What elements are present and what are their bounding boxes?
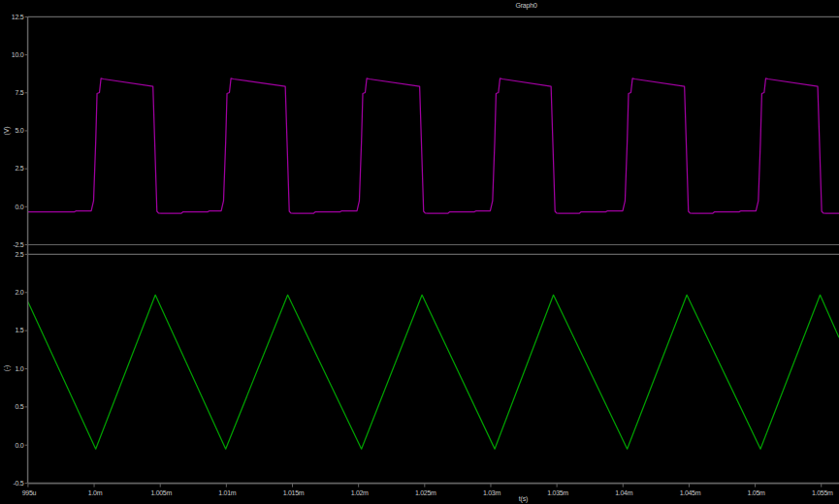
graph-window: Graph0 12.510.07.55.02.50.0-2.52.52.01.5…	[0, 0, 839, 504]
x-axis-tick-label: 1.015m	[283, 489, 305, 496]
plot0-ytick-label: 0.0	[15, 204, 23, 210]
x-axis-tick-label: 1.02m	[351, 489, 369, 496]
x-axis-tick-label: 995u	[22, 489, 37, 496]
x-axis-tick-label: 1.045m	[680, 489, 701, 496]
plot1-ytick-label: 0.5	[15, 403, 23, 410]
x-axis-tick-label: 1.0m	[88, 489, 103, 496]
x-axis-tick-label: 1.005m	[150, 489, 172, 496]
plot0-ytick-label: 2.5	[15, 165, 23, 172]
plot1-ytick-label: 1.5	[15, 327, 23, 333]
plot0-ytick-label: 10.0	[12, 51, 24, 58]
plot1-ytick-label: 1.0	[15, 365, 23, 372]
plot0-ytick-label: 12.5	[12, 14, 24, 20]
x-axis-tick-label: 1.01m	[218, 489, 236, 496]
plot0-ytick-label: 7.5	[15, 89, 23, 96]
graph-title: Graph0	[448, 2, 604, 9]
top-plot-y-unit-label: (V)	[2, 124, 12, 138]
x-axis-tick-label: 1.025m	[415, 489, 436, 496]
x-axis-tick-label: 1.055m	[812, 489, 833, 496]
plot1-ytick-label: 2.0	[15, 289, 23, 296]
x-axis-tick-label: 1.04m	[615, 489, 632, 496]
plot1-ytick-label: 0.0	[15, 442, 23, 449]
plot0-ytick-label: 5.0	[15, 127, 23, 134]
chart-canvas[interactable]: 12.510.07.55.02.50.0-2.52.52.01.51.00.50…	[0, 0, 839, 504]
plot0-ytick-label: -2.5	[13, 241, 23, 248]
plot1-ytick-label: -0.5	[13, 480, 23, 487]
bottom-plot-y-unit-label: (-)	[2, 362, 12, 375]
x-axis-label: t(s)	[485, 495, 563, 502]
square-wave-trace	[28, 79, 839, 213]
plot1-ytick-label: 2.5	[15, 251, 23, 258]
triangle-wave-trace	[28, 295, 839, 449]
x-axis-tick-label: 1.05m	[748, 489, 765, 496]
